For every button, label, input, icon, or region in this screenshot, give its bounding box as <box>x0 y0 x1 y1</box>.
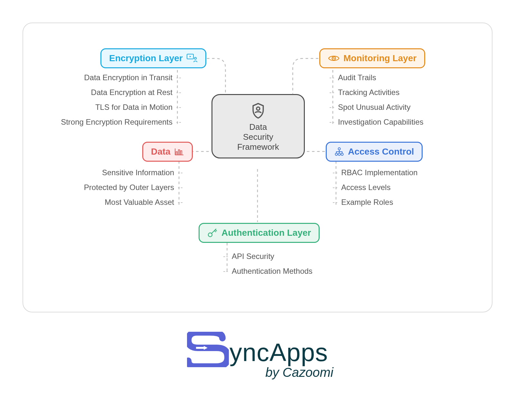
svg-rect-5 <box>178 150 180 155</box>
branch-monitoring-label: Monitoring Layer <box>343 53 417 63</box>
key-icon <box>207 228 218 238</box>
branch-access-label: Access Control <box>348 147 414 157</box>
branch-auth-label: Authentication Layer <box>221 228 311 238</box>
data-item: Sensitive Information <box>94 168 183 177</box>
branch-auth: Authentication Layer <box>199 223 320 243</box>
branch-monitoring: Monitoring Layer <box>319 48 425 68</box>
center-node: Data Security Framework <box>211 94 305 158</box>
data-item: Protected by Outer Layers <box>76 183 183 192</box>
center-line1: Data <box>249 122 267 132</box>
auth-item: API Security <box>223 252 321 261</box>
video-person-icon <box>187 54 198 63</box>
svg-point-7 <box>338 148 341 150</box>
svg-point-10 <box>341 153 343 156</box>
monitoring-item: Spot Unusual Activity <box>330 103 432 112</box>
logo-row: yncApps <box>187 332 328 367</box>
data-items: Sensitive Information Protected by Outer… <box>49 168 183 207</box>
branch-access: Access Control <box>326 142 423 162</box>
encryption-item: Strong Encryption Requirements <box>52 118 181 127</box>
branch-data: Data <box>142 142 193 162</box>
monitoring-items: Audit Trails Tracking Activities Spot Un… <box>330 73 432 127</box>
auth-items: API Security Authentication Methods <box>223 252 321 276</box>
encryption-item: Data Encryption at Rest <box>83 88 181 97</box>
center-line2: Security <box>243 132 273 142</box>
diagram-card: Data Security Framework Encryption Layer… <box>23 23 492 312</box>
encryption-item: Data Encryption in Transit <box>76 73 181 82</box>
encryption-items: Data Encryption in Transit Data Encrypti… <box>36 73 181 127</box>
svg-point-8 <box>335 153 338 156</box>
svg-point-2 <box>194 57 196 59</box>
monitoring-item: Audit Trails <box>330 73 432 82</box>
monitoring-item: Tracking Activities <box>330 88 432 97</box>
encryption-item: TLS for Data in Motion <box>87 103 181 112</box>
logo-brand-text: yncApps <box>229 338 328 367</box>
data-item: Most Valuable Asset <box>96 198 183 207</box>
center-line3: Framework <box>237 142 279 152</box>
branch-encryption: Encryption Layer <box>100 48 206 68</box>
access-item: Example Roles <box>333 198 426 207</box>
hierarchy-icon <box>334 147 344 156</box>
logo-byline: by Cazoomi <box>265 365 333 380</box>
access-item: Access Levels <box>333 183 426 192</box>
svg-rect-4 <box>176 152 177 155</box>
branch-encryption-label: Encryption Layer <box>109 53 183 63</box>
syncapps-s-icon <box>187 332 229 367</box>
auth-item: Authentication Methods <box>223 267 321 276</box>
svg-rect-6 <box>181 151 182 155</box>
bar-chart-icon <box>174 148 184 156</box>
svg-point-0 <box>257 107 260 110</box>
svg-point-9 <box>338 153 341 156</box>
monitoring-item: Investigation Capabilities <box>330 118 432 127</box>
access-items: RBAC Implementation Access Levels Exampl… <box>333 168 426 207</box>
logo: yncApps by Cazoomi <box>0 332 515 380</box>
eye-icon <box>328 54 340 62</box>
access-item: RBAC Implementation <box>333 168 426 177</box>
shield-person-icon <box>249 102 267 119</box>
branch-data-label: Data <box>151 147 171 157</box>
